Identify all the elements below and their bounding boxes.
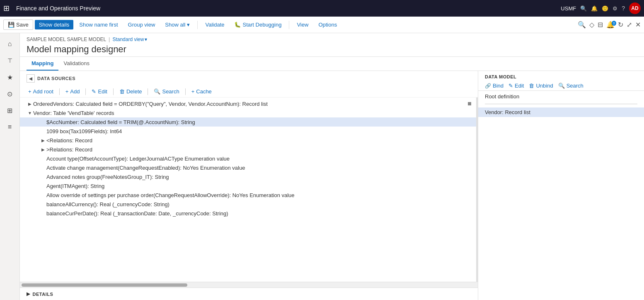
dm-divider	[485, 104, 637, 104]
chevron-down-icon: ▾	[145, 37, 147, 42]
tree-arrow-empty	[40, 201, 46, 207]
smiley-icon[interactable]: 🙂	[602, 5, 608, 12]
star-icon: ★	[7, 73, 13, 81]
tree-area[interactable]: ▶ OrderedVendors: Calculated field = ORD…	[20, 98, 478, 282]
breadcrumb: SAMPLE MODEL SAMPLE MODEL | Standard vie…	[27, 37, 637, 42]
settings-icon[interactable]: ⚙	[613, 5, 617, 12]
tree-arrow: ▶	[40, 137, 46, 144]
tree-item[interactable]: balanceCurPerDate(): Real (_transactionD…	[20, 209, 478, 218]
separator-2	[289, 21, 289, 29]
sidebar-item-star[interactable]: ★	[2, 70, 17, 85]
horizontal-scrollbar[interactable]	[20, 282, 478, 288]
view-button[interactable]: View	[293, 20, 312, 29]
tree-item[interactable]: Agent(ITMAgent): String	[20, 181, 478, 190]
tab-validations[interactable]: Validations	[58, 57, 94, 71]
toolbar-search-icon[interactable]: 🔍	[578, 21, 586, 29]
dm-tree-item[interactable]: Vendor: Record list	[478, 107, 644, 117]
sidebar-item-clock[interactable]: ⊙	[2, 86, 17, 101]
diamond-icon[interactable]: ◇	[589, 21, 594, 29]
show-details-button[interactable]: Show details	[35, 20, 74, 29]
ds-sep-2	[85, 88, 86, 95]
tree-item[interactable]: ▶ >Relations: Record	[20, 145, 478, 154]
datamodel-toolbar: 🔗 Bind ✎ Edit 🗑 Unbind 🔍 Search	[478, 81, 644, 91]
edit-button[interactable]: ✎ Edit	[90, 88, 109, 95]
tree-item[interactable]: Allow override of settings per purchase …	[20, 190, 478, 200]
tree-item[interactable]: 1099 box(Tax1099Fields): Int64	[20, 127, 478, 136]
clock-icon: ⊙	[7, 90, 12, 98]
close-icon[interactable]: ✕	[635, 21, 641, 29]
cache-button[interactable]: + Cache	[190, 88, 213, 95]
list-icon: ≡	[8, 123, 12, 131]
unbind-button[interactable]: 🗑 Unbind	[529, 83, 553, 89]
tab-mapping[interactable]: Mapping	[27, 57, 58, 71]
root-definition-label: Root definition	[478, 91, 644, 102]
edit-icon: ✎	[92, 88, 96, 95]
datamodel-tree: Vendor: Record list	[478, 106, 644, 300]
env-label: USMF	[561, 5, 576, 12]
delete-button[interactable]: 🗑 Delete	[118, 88, 144, 95]
app-title: Finance and Operations Preview	[13, 5, 557, 12]
layout-icon[interactable]: ⊟	[598, 21, 603, 29]
maximize-icon[interactable]: ⤢	[627, 21, 632, 29]
dm-edit-button[interactable]: ✎ Edit	[508, 83, 524, 89]
validate-button[interactable]: Validate	[201, 20, 228, 29]
tree-arrow-empty	[40, 210, 46, 217]
details-section[interactable]: ▶ DETAILS	[20, 288, 478, 300]
grid-icon: ⊞	[3, 4, 10, 13]
sidebar-item-grid[interactable]: ⊞	[2, 103, 17, 118]
dm-search-icon: 🔍	[558, 83, 565, 89]
show-all-chevron: ▾	[187, 22, 190, 28]
search-button[interactable]: 🔍 Search	[152, 88, 181, 95]
bell-icon[interactable]: 🔔	[591, 5, 598, 12]
page-header: SAMPLE MODEL SAMPLE MODEL | Standard vie…	[20, 33, 644, 57]
avatar[interactable]: AD	[629, 2, 641, 14]
standard-view-button[interactable]: Standard view ▾	[112, 37, 147, 42]
grid-menu-button[interactable]: ⊞	[3, 4, 10, 13]
add-root-button[interactable]: + Add root	[27, 88, 55, 95]
search-ds-icon: 🔍	[154, 88, 160, 95]
show-name-first-button[interactable]: Show name first	[75, 20, 122, 29]
start-debugging-button[interactable]: 🐛 Start Debugging	[230, 20, 286, 29]
tree-item[interactable]: ▶ OrderedVendors: Calculated field = ORD…	[20, 99, 478, 108]
add-button[interactable]: + Add	[64, 88, 82, 95]
debug-icon: 🐛	[234, 22, 241, 28]
save-button[interactable]: 💾 Save	[3, 20, 33, 30]
search-icon[interactable]: 🔍	[580, 5, 587, 12]
main-layout: ⌂ ⊤ ★ ⊙ ⊞ ≡ SAMPLE MODEL SAMPLE MODEL | …	[0, 33, 644, 300]
badge-icon[interactable]: 🔔0	[606, 21, 615, 29]
save-icon: 💾	[8, 22, 15, 28]
show-all-button[interactable]: Show all ▾	[161, 20, 194, 29]
separator-1	[197, 21, 198, 29]
tree-item[interactable]: balanceAllCurrency(): Real (_currencyCod…	[20, 200, 478, 209]
sidebar-item-list[interactable]: ≡	[2, 120, 17, 134]
group-view-button[interactable]: Group view	[124, 20, 160, 29]
tab-bar: Mapping Validations	[20, 57, 644, 71]
add-root-plus-icon: +	[28, 88, 31, 95]
sidebar-item-filter[interactable]: ⊤	[2, 53, 17, 68]
unbind-icon: 🗑	[529, 83, 534, 89]
grid-icon: ⊞	[7, 107, 12, 115]
tree-item-selected[interactable]: $AccNumber: Calculated field = TRIM(@.Ac…	[20, 117, 478, 127]
tree-item[interactable]: ▼ Vendor: Table 'VendTable' records	[20, 108, 478, 117]
tree-item[interactable]: Advanced notes group(FreeNotesGroup_IT):…	[20, 172, 478, 181]
ds-sep-5	[185, 88, 186, 95]
tree-item[interactable]: Account type(OffsetAccountType): LedgerJ…	[20, 154, 478, 163]
breadcrumb-separator: |	[109, 37, 110, 42]
help-icon[interactable]: ?	[622, 5, 625, 12]
collapse-button[interactable]: ◀	[27, 74, 35, 83]
datamodel-header: DATA MODEL	[478, 71, 644, 81]
scroll-thumb[interactable]	[22, 283, 187, 287]
tree-arrow-empty	[40, 192, 46, 198]
options-button[interactable]: Options	[314, 20, 341, 29]
delete-icon: 🗑	[119, 88, 125, 95]
split-panel: ◀ DATA SOURCES + Add root + Add ✎	[20, 71, 644, 300]
toolbar-right-icons: ◇ ⊟ 🔔0 ↻ ⤢ ✕	[589, 21, 641, 29]
sidebar-item-home[interactable]: ⌂	[2, 37, 17, 51]
refresh-icon[interactable]: ↻	[618, 21, 623, 29]
home-icon: ⌂	[8, 40, 12, 48]
tree-item[interactable]: Activate change management(ChangeRequest…	[20, 163, 478, 172]
dm-search-button[interactable]: 🔍 Search	[558, 83, 583, 89]
vertical-splitter[interactable]	[476, 98, 478, 282]
bind-button[interactable]: 🔗 Bind	[485, 83, 504, 89]
tree-item[interactable]: ▶ <Relations: Record	[20, 136, 478, 145]
